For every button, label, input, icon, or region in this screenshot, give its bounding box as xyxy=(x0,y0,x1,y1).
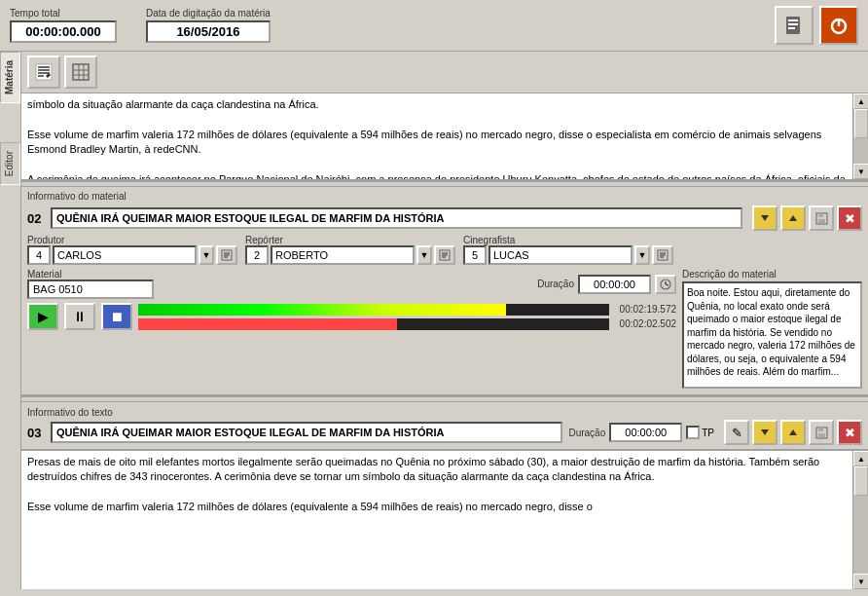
produtor-dropdown-btn[interactable]: ▼ xyxy=(199,245,214,265)
info1-delete-btn[interactable]: ✖ xyxy=(837,205,862,231)
info1-up-btn[interactable] xyxy=(780,205,806,231)
bottom-scroll-thumb[interactable] xyxy=(854,466,868,496)
sidebar-item-editor[interactable]: Editor xyxy=(0,142,20,185)
reporter-num: 2 xyxy=(245,245,269,265)
info1-number: 02 xyxy=(27,211,45,226)
svg-rect-1 xyxy=(788,19,798,21)
editor-label: Editor xyxy=(4,151,15,176)
info1-action-buttons: ✖ xyxy=(752,205,862,231)
produtor-edit-btn[interactable] xyxy=(216,245,237,265)
cinegrafista-edit-btn[interactable] xyxy=(652,245,673,265)
info2-down-btn[interactable] xyxy=(752,420,778,445)
bar-row-2: 00:02:02.502 xyxy=(138,318,676,330)
stop-button[interactable]: ⏹ xyxy=(101,303,132,330)
cinegrafista-name-input[interactable] xyxy=(488,245,633,265)
edit-toolbar-button[interactable] xyxy=(27,56,60,89)
bar-time-2: 00:02:02.502 xyxy=(613,318,676,329)
pencil-icon xyxy=(34,62,54,82)
materia-label: Matéria xyxy=(4,60,15,94)
main-text-scrollbar[interactable]: ▲ ▼ xyxy=(852,93,868,179)
duracao2-label: Duração xyxy=(568,428,605,438)
produtor-group: Produtor 4 ▼ xyxy=(27,235,237,265)
desc-textarea[interactable] xyxy=(682,281,862,389)
desc-label: Descrição do material xyxy=(682,269,862,279)
tp-label: TP xyxy=(702,428,714,438)
duracao-right: Duração TP xyxy=(568,423,714,442)
material-input[interactable] xyxy=(27,279,154,299)
cinegrafista-group: Cinegrafista 5 ▼ xyxy=(463,235,673,265)
info2-up-btn[interactable] xyxy=(780,420,806,445)
table-toolbar-button[interactable] xyxy=(64,56,97,89)
material-desc-row: Material Duração ▶ xyxy=(27,269,862,391)
material-label: Material xyxy=(27,269,154,279)
info2-title-input[interactable] xyxy=(51,422,562,443)
player-row: ▶ ⏸ ⏹ 00:02:19.572 xyxy=(27,303,676,330)
info1-title-input[interactable] xyxy=(51,207,742,229)
reporter-name-input[interactable] xyxy=(271,245,415,265)
main-text-input[interactable] xyxy=(21,93,852,179)
produtor-name-input[interactable] xyxy=(53,245,197,265)
bottom-scroll-down[interactable]: ▼ xyxy=(853,574,868,589)
material-row: Material Duração xyxy=(27,269,676,299)
bottom-text-input[interactable] xyxy=(21,451,852,589)
desc-area: Descrição do material xyxy=(682,269,862,391)
level-bars: 00:02:19.572 00:02:02.502 xyxy=(138,304,676,330)
power-button[interactable] xyxy=(819,6,858,45)
svg-marker-17 xyxy=(761,215,769,221)
info2-action-buttons: ✎ ✖ xyxy=(724,420,862,445)
main-text-section: ▲ ▼ xyxy=(21,93,868,181)
top-buttons xyxy=(775,6,858,45)
bottom-text-section: ▲ ▼ xyxy=(21,451,868,589)
tp-checkbox-group: TP xyxy=(686,426,714,439)
informativo-material-label: Informativo do material xyxy=(27,191,127,202)
svg-marker-38 xyxy=(789,429,797,435)
svg-rect-3 xyxy=(788,27,795,29)
duracao-input[interactable] xyxy=(578,275,651,294)
informativo-texto-section: Informativo do texto 03 Duração TP ✎ xyxy=(21,402,868,451)
tp-check[interactable] xyxy=(686,426,700,439)
material-group: Material xyxy=(27,269,154,299)
bar-container-2 xyxy=(138,318,609,330)
svg-marker-37 xyxy=(761,429,769,435)
info2-delete-btn[interactable]: ✖ xyxy=(837,420,862,445)
info2-pencil-btn[interactable]: ✎ xyxy=(724,420,749,445)
scroll-down-arrow[interactable]: ▼ xyxy=(853,164,868,179)
sidebar-item-materia[interactable]: Matéria xyxy=(0,52,20,103)
bar-time-1: 00:02:19.572 xyxy=(613,304,676,315)
info2-save-btn[interactable] xyxy=(809,420,834,445)
power-icon xyxy=(828,15,850,36)
document-button[interactable] xyxy=(775,6,814,45)
cinegrafista-label: Cinegrafista xyxy=(463,235,673,245)
side-tabs: Matéria Editor xyxy=(0,52,21,589)
cinegrafista-num: 5 xyxy=(463,245,487,265)
reporter-dropdown-btn[interactable]: ▼ xyxy=(416,245,432,265)
scroll-up-arrow[interactable]: ▲ xyxy=(853,93,868,109)
tempo-total-label: Tempo total xyxy=(10,8,117,19)
bottom-scroll-up[interactable]: ▲ xyxy=(853,451,868,466)
produtor-label: Produtor xyxy=(27,235,237,245)
info2-number: 03 xyxy=(27,426,45,440)
pause-button[interactable]: ⏸ xyxy=(64,303,95,330)
bar-container-1 xyxy=(138,304,609,316)
bar-red-2 xyxy=(138,318,397,330)
reporter-edit-btn[interactable] xyxy=(434,245,455,265)
scroll-thumb[interactable] xyxy=(854,109,868,138)
info1-save-btn[interactable] xyxy=(809,205,834,231)
bottom-text-scrollbar[interactable]: ▲ ▼ xyxy=(852,451,868,589)
cinegrafista-dropdown-btn[interactable]: ▼ xyxy=(634,245,650,265)
duracao2-input[interactable] xyxy=(609,423,682,442)
top-bar: Tempo total 00:00:00.000 Data de digitaç… xyxy=(0,0,868,52)
informativo-material-header: Informativo do material xyxy=(27,191,862,202)
produtor-num: 4 xyxy=(27,245,51,265)
bar-row-1: 00:02:19.572 xyxy=(138,304,676,316)
svg-rect-20 xyxy=(818,213,823,217)
svg-rect-40 xyxy=(818,428,823,431)
left-controls: Material Duração ▶ xyxy=(27,269,676,330)
svg-rect-12 xyxy=(73,64,89,80)
reporter-group: Repórter 2 ▼ xyxy=(245,235,455,265)
duracao-btn[interactable] xyxy=(655,275,676,294)
content-area: ▲ ▼ Informativo do material 02 xyxy=(21,52,868,589)
play-button[interactable]: ▶ xyxy=(27,303,58,330)
data-digitacao-label: Data de digitação da matéria xyxy=(146,8,271,19)
info1-down-btn[interactable] xyxy=(752,205,778,231)
